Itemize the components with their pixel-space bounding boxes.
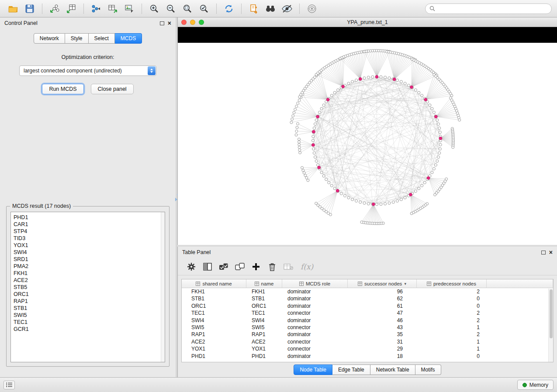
float-panel-icon[interactable] <box>160 21 164 25</box>
close-window-icon[interactable] <box>181 20 187 25</box>
close-panel-icon[interactable]: × <box>168 20 171 26</box>
panel-menu-icon[interactable] <box>3 381 15 389</box>
column-header-predecessor-nodes[interactable]: predecessor nodes <box>417 279 487 288</box>
close-panel-button[interactable]: Close panel <box>91 84 134 94</box>
network-titlebar[interactable]: YPA_prune.txt_1 <box>178 17 557 27</box>
table-row[interactable]: RAP1RAP1dominator352 <box>182 331 553 338</box>
column-header-successor-nodes[interactable]: successor nodes▾ <box>348 279 417 288</box>
close-panel-icon[interactable]: × <box>549 249 553 255</box>
network-window: YPA_prune.txt_1 <box>177 17 557 245</box>
settings-gear-icon[interactable] <box>185 260 198 273</box>
result-scrollbar-track[interactable] <box>161 212 165 362</box>
mcds-result-item[interactable]: TEC1 <box>14 319 165 326</box>
mcds-result-item[interactable]: ACE2 <box>14 277 165 284</box>
mcds-result-item[interactable]: TID3 <box>14 235 165 242</box>
tab-style[interactable]: Style <box>65 33 89 44</box>
hide-graphics-icon[interactable] <box>279 2 295 16</box>
memory-button-label: Memory <box>529 382 548 388</box>
unselect-all-icon[interactable] <box>233 260 246 273</box>
mcds-result-item[interactable]: FKH1 <box>14 270 165 277</box>
tab-node-table[interactable]: Node Table <box>294 364 332 375</box>
add-column-icon[interactable] <box>249 260 263 273</box>
table-scrollbar[interactable] <box>548 289 553 362</box>
table-row[interactable]: ORC1ORC1dominator610 <box>182 303 553 309</box>
criterion-dropdown[interactable]: largest connected component (undirected) <box>19 65 156 76</box>
table-row[interactable]: SWI4SWI4dominator462 <box>182 317 553 324</box>
maximize-window-icon[interactable] <box>199 20 204 25</box>
delete-column-icon[interactable] <box>266 260 279 273</box>
memory-button[interactable]: Memory <box>517 380 554 390</box>
import-network-icon[interactable] <box>47 2 62 16</box>
mcds-result-item[interactable]: SWI4 <box>14 249 165 256</box>
mcds-result-list[interactable]: PHD1CAR1STP4TID3YOX1SWI4SRD1PMA2FKH1ACE2… <box>10 212 165 362</box>
column-header-shared-name[interactable]: shared name <box>182 279 246 288</box>
global-search-field[interactable] <box>425 3 552 14</box>
mcds-result-item[interactable]: CAR1 <box>14 221 165 228</box>
network-canvas[interactable] <box>178 43 557 245</box>
mcds-result-item[interactable]: YOX1 <box>14 242 165 249</box>
zoom-in-icon[interactable] <box>146 2 162 16</box>
table-row[interactable]: SWI5SWI5connector431 <box>182 324 553 331</box>
select-all-icon[interactable] <box>217 260 230 273</box>
network-title: YPA_prune.txt_1 <box>178 19 557 25</box>
tab-mcds[interactable]: MCDS <box>115 33 142 44</box>
mcds-result-item[interactable]: RAP1 <box>14 298 165 305</box>
export-image-icon[interactable] <box>121 2 137 16</box>
table-row[interactable]: STB1STB1dominator620 <box>182 295 553 302</box>
apply-function-icon[interactable]: f(x) <box>301 262 313 271</box>
panel-splitter[interactable] <box>176 17 177 377</box>
table-cell: PHD1 <box>246 353 282 360</box>
table-cell: 2 <box>417 331 487 338</box>
open-session-icon[interactable] <box>5 2 21 16</box>
table-row[interactable]: PHD1PHD1dominator180 <box>182 353 553 360</box>
application-window: Control Panel × NetworkStyleSelectMCDS O… <box>0 0 557 392</box>
table-scrollbar-thumb[interactable] <box>550 289 553 338</box>
search-input[interactable] <box>438 6 547 12</box>
mcds-result-item[interactable]: ORC1 <box>14 291 165 298</box>
table-cell: ORC1 <box>246 303 282 309</box>
refresh-icon[interactable] <box>221 2 237 16</box>
column-header-name[interactable]: name <box>246 279 282 288</box>
save-session-icon[interactable] <box>22 2 38 16</box>
search-network-icon[interactable] <box>263 2 278 16</box>
mcds-result-item[interactable]: SRD1 <box>14 256 165 263</box>
table-cell: 0 <box>417 303 487 309</box>
tab-motifs[interactable]: Motifs <box>415 364 441 375</box>
run-mcds-button[interactable]: Run MCDS <box>42 84 83 94</box>
export-table-icon[interactable] <box>105 2 121 16</box>
mcds-result-item[interactable]: SWI5 <box>14 312 165 319</box>
table-cell: 46 <box>348 317 417 324</box>
share-document-icon[interactable] <box>246 2 262 16</box>
tab-network[interactable]: Network <box>34 33 65 44</box>
mcds-result-item[interactable]: PMA2 <box>14 263 165 270</box>
tab-select[interactable]: Select <box>89 33 115 44</box>
table-row[interactable]: YOX1YOX1connector291 <box>182 345 553 352</box>
toolbar-separator <box>42 3 42 14</box>
column-header-mcds-role[interactable]: MCDS role <box>282 279 348 288</box>
table-cell: 96 <box>348 288 417 295</box>
show-columns-icon[interactable] <box>201 260 214 273</box>
mcds-result-item[interactable]: STB1 <box>14 305 165 312</box>
mcds-result-item[interactable]: GCR1 <box>14 326 165 333</box>
mcds-result-item[interactable]: PHD1 <box>14 214 165 221</box>
mcds-result-item[interactable]: STB5 <box>14 284 165 291</box>
tab-edge-table[interactable]: Edge Table <box>332 364 370 375</box>
toolbar-separator <box>142 3 142 14</box>
table-cell: 35 <box>348 331 417 338</box>
table-row[interactable]: TEC1TEC1connector472 <box>182 309 553 316</box>
table-row[interactable]: FKH1FKH1dominator962 <box>182 288 553 295</box>
minimize-window-icon[interactable] <box>190 20 195 25</box>
import-table-icon[interactable] <box>63 2 79 16</box>
table-cell: connector <box>282 324 348 331</box>
birdseye-icon[interactable] <box>304 2 320 16</box>
float-panel-icon[interactable] <box>541 251 546 254</box>
tab-network-table[interactable]: Network Table <box>370 364 415 375</box>
zoom-fit-icon[interactable] <box>180 2 195 16</box>
table-cell: FKH1 <box>182 288 246 295</box>
mcds-result-item[interactable]: STP4 <box>14 228 165 235</box>
zoom-selected-icon[interactable] <box>196 2 212 16</box>
export-network-icon[interactable] <box>88 2 104 16</box>
zoom-out-icon[interactable] <box>163 2 179 16</box>
table-row[interactable]: ACE2ACE2connector311 <box>182 338 553 345</box>
network-svg <box>178 43 557 245</box>
